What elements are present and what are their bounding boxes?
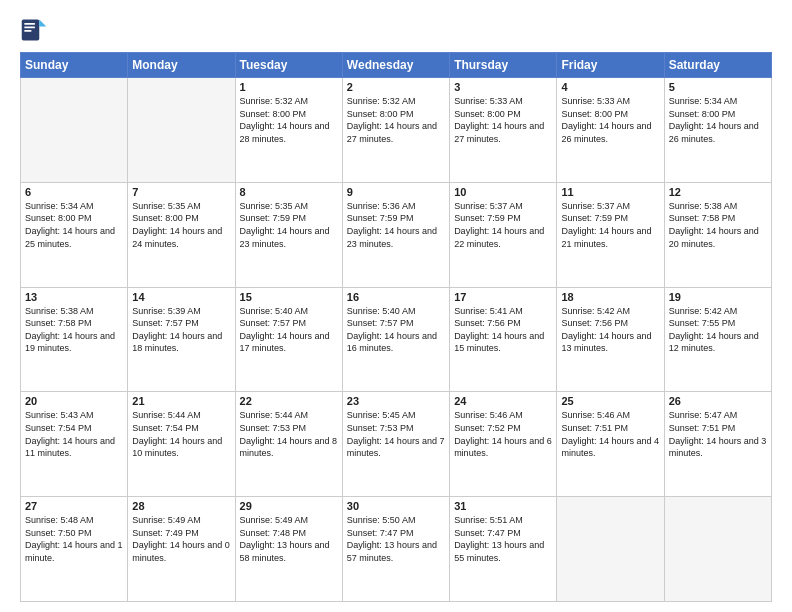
- day-number: 10: [454, 186, 552, 198]
- cell-info: Daylight: 14 hours and 24 minutes.: [132, 225, 230, 250]
- cell-info: Sunrise: 5:38 AM: [669, 200, 767, 213]
- cell-info: Sunset: 7:47 PM: [347, 527, 445, 540]
- calendar-cell: 11Sunrise: 5:37 AMSunset: 7:59 PMDayligh…: [557, 182, 664, 287]
- cell-info: Daylight: 13 hours and 55 minutes.: [454, 539, 552, 564]
- calendar-cell: 29Sunrise: 5:49 AMSunset: 7:48 PMDayligh…: [235, 497, 342, 602]
- calendar-cell: 22Sunrise: 5:44 AMSunset: 7:53 PMDayligh…: [235, 392, 342, 497]
- svg-rect-2: [24, 23, 35, 25]
- cell-info: Daylight: 14 hours and 1 minute.: [25, 539, 123, 564]
- calendar-cell: 6Sunrise: 5:34 AMSunset: 8:00 PMDaylight…: [21, 182, 128, 287]
- cell-info: Sunset: 7:50 PM: [25, 527, 123, 540]
- cell-info: Daylight: 14 hours and 23 minutes.: [240, 225, 338, 250]
- calendar-cell: 17Sunrise: 5:41 AMSunset: 7:56 PMDayligh…: [450, 287, 557, 392]
- day-header-thursday: Thursday: [450, 53, 557, 78]
- logo-icon: [20, 16, 48, 44]
- cell-info: Sunrise: 5:44 AM: [132, 409, 230, 422]
- cell-info: Daylight: 14 hours and 23 minutes.: [347, 225, 445, 250]
- day-header-saturday: Saturday: [664, 53, 771, 78]
- cell-info: Sunrise: 5:39 AM: [132, 305, 230, 318]
- cell-info: Sunset: 7:56 PM: [454, 317, 552, 330]
- calendar-cell: 23Sunrise: 5:45 AMSunset: 7:53 PMDayligh…: [342, 392, 449, 497]
- cell-info: Sunset: 7:51 PM: [561, 422, 659, 435]
- cell-info: Daylight: 14 hours and 26 minutes.: [669, 120, 767, 145]
- cell-info: Sunset: 7:57 PM: [347, 317, 445, 330]
- cell-info: Daylight: 14 hours and 21 minutes.: [561, 225, 659, 250]
- day-number: 30: [347, 500, 445, 512]
- calendar-cell: 5Sunrise: 5:34 AMSunset: 8:00 PMDaylight…: [664, 78, 771, 183]
- header: [20, 16, 772, 44]
- week-row-2: 6Sunrise: 5:34 AMSunset: 8:00 PMDaylight…: [21, 182, 772, 287]
- cell-info: Daylight: 14 hours and 18 minutes.: [132, 330, 230, 355]
- calendar-table: SundayMondayTuesdayWednesdayThursdayFrid…: [20, 52, 772, 602]
- cell-info: Sunrise: 5:37 AM: [561, 200, 659, 213]
- cell-info: Sunset: 7:58 PM: [25, 317, 123, 330]
- cell-info: Sunset: 7:59 PM: [561, 212, 659, 225]
- day-header-friday: Friday: [557, 53, 664, 78]
- cell-info: Daylight: 14 hours and 27 minutes.: [347, 120, 445, 145]
- cell-info: Sunset: 8:00 PM: [347, 108, 445, 121]
- calendar-cell: 18Sunrise: 5:42 AMSunset: 7:56 PMDayligh…: [557, 287, 664, 392]
- cell-info: Sunset: 7:55 PM: [669, 317, 767, 330]
- day-number: 4: [561, 81, 659, 93]
- day-number: 8: [240, 186, 338, 198]
- day-number: 12: [669, 186, 767, 198]
- cell-info: Sunset: 7:54 PM: [25, 422, 123, 435]
- logo: [20, 16, 50, 44]
- day-number: 17: [454, 291, 552, 303]
- day-number: 23: [347, 395, 445, 407]
- day-number: 3: [454, 81, 552, 93]
- cell-info: Sunrise: 5:42 AM: [669, 305, 767, 318]
- week-row-4: 20Sunrise: 5:43 AMSunset: 7:54 PMDayligh…: [21, 392, 772, 497]
- cell-info: Sunset: 7:58 PM: [669, 212, 767, 225]
- calendar-cell: 7Sunrise: 5:35 AMSunset: 8:00 PMDaylight…: [128, 182, 235, 287]
- cell-info: Sunrise: 5:41 AM: [454, 305, 552, 318]
- day-number: 7: [132, 186, 230, 198]
- cell-info: Daylight: 14 hours and 26 minutes.: [561, 120, 659, 145]
- calendar-cell: 30Sunrise: 5:50 AMSunset: 7:47 PMDayligh…: [342, 497, 449, 602]
- calendar-cell: 28Sunrise: 5:49 AMSunset: 7:49 PMDayligh…: [128, 497, 235, 602]
- calendar-cell: 19Sunrise: 5:42 AMSunset: 7:55 PMDayligh…: [664, 287, 771, 392]
- cell-info: Daylight: 14 hours and 0 minutes.: [132, 539, 230, 564]
- calendar-cell: 26Sunrise: 5:47 AMSunset: 7:51 PMDayligh…: [664, 392, 771, 497]
- cell-info: Sunrise: 5:32 AM: [347, 95, 445, 108]
- cell-info: Sunrise: 5:40 AM: [347, 305, 445, 318]
- calendar-cell: 24Sunrise: 5:46 AMSunset: 7:52 PMDayligh…: [450, 392, 557, 497]
- cell-info: Sunrise: 5:50 AM: [347, 514, 445, 527]
- cell-info: Daylight: 13 hours and 58 minutes.: [240, 539, 338, 564]
- cell-info: Sunset: 7:49 PM: [132, 527, 230, 540]
- day-number: 13: [25, 291, 123, 303]
- day-number: 21: [132, 395, 230, 407]
- cell-info: Sunrise: 5:37 AM: [454, 200, 552, 213]
- day-number: 16: [347, 291, 445, 303]
- cell-info: Daylight: 14 hours and 25 minutes.: [25, 225, 123, 250]
- cell-info: Sunrise: 5:43 AM: [25, 409, 123, 422]
- day-number: 22: [240, 395, 338, 407]
- cell-info: Daylight: 14 hours and 4 minutes.: [561, 435, 659, 460]
- day-number: 2: [347, 81, 445, 93]
- cell-info: Sunset: 7:48 PM: [240, 527, 338, 540]
- cell-info: Sunrise: 5:35 AM: [240, 200, 338, 213]
- cell-info: Sunrise: 5:51 AM: [454, 514, 552, 527]
- cell-info: Daylight: 14 hours and 16 minutes.: [347, 330, 445, 355]
- calendar-cell: 4Sunrise: 5:33 AMSunset: 8:00 PMDaylight…: [557, 78, 664, 183]
- cell-info: Sunrise: 5:45 AM: [347, 409, 445, 422]
- calendar-cell: 27Sunrise: 5:48 AMSunset: 7:50 PMDayligh…: [21, 497, 128, 602]
- calendar-cell: 14Sunrise: 5:39 AMSunset: 7:57 PMDayligh…: [128, 287, 235, 392]
- cell-info: Daylight: 14 hours and 8 minutes.: [240, 435, 338, 460]
- cell-info: Sunset: 8:00 PM: [25, 212, 123, 225]
- cell-info: Sunrise: 5:33 AM: [561, 95, 659, 108]
- cell-info: Sunrise: 5:42 AM: [561, 305, 659, 318]
- day-number: 14: [132, 291, 230, 303]
- calendar-cell: 15Sunrise: 5:40 AMSunset: 7:57 PMDayligh…: [235, 287, 342, 392]
- day-number: 26: [669, 395, 767, 407]
- day-number: 27: [25, 500, 123, 512]
- cell-info: Sunrise: 5:32 AM: [240, 95, 338, 108]
- cell-info: Sunrise: 5:34 AM: [669, 95, 767, 108]
- calendar-cell: 9Sunrise: 5:36 AMSunset: 7:59 PMDaylight…: [342, 182, 449, 287]
- cell-info: Daylight: 14 hours and 15 minutes.: [454, 330, 552, 355]
- cell-info: Sunrise: 5:49 AM: [240, 514, 338, 527]
- day-number: 19: [669, 291, 767, 303]
- calendar-cell: 20Sunrise: 5:43 AMSunset: 7:54 PMDayligh…: [21, 392, 128, 497]
- cell-info: Sunrise: 5:49 AM: [132, 514, 230, 527]
- svg-rect-3: [24, 27, 35, 29]
